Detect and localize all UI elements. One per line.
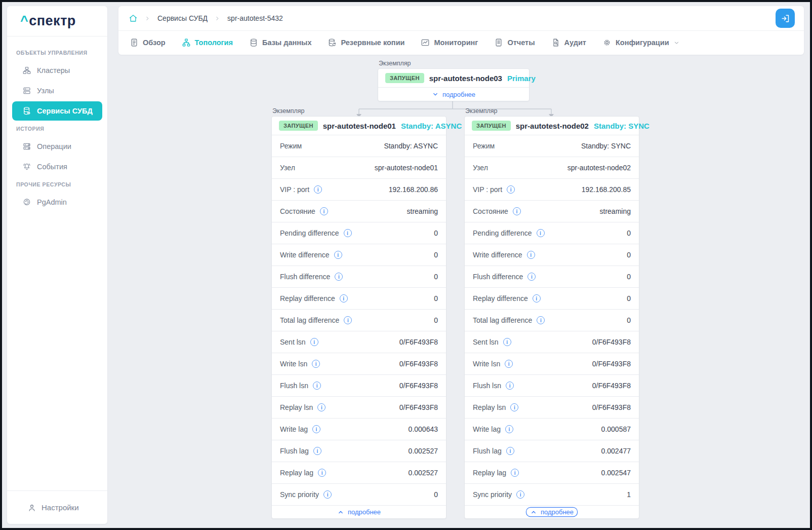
info-icon[interactable]: i [344, 229, 352, 237]
standby-details-toggle[interactable]: подробнее [526, 508, 577, 516]
metric-row: Write lsni0/F6F493F8 [465, 353, 639, 374]
tab-topology[interactable]: Топология [182, 38, 233, 47]
chevron-down-icon [673, 40, 680, 46]
tab-overview[interactable]: Обзор [130, 38, 166, 47]
metric-row: Write lsni0/F6F493F8 [272, 353, 446, 374]
info-icon[interactable]: i [320, 207, 328, 215]
info-icon[interactable]: i [323, 490, 332, 499]
metric-row: Write lagi0.000587 [465, 418, 639, 440]
info-icon[interactable]: i [506, 382, 514, 390]
metric-row: Sent lsni0/F6F493F8 [465, 331, 639, 353]
info-icon[interactable]: i [503, 338, 511, 346]
sidebar-item-db-services[interactable]: Сервисы СУБД [12, 101, 102, 121]
tab-monitoring[interactable]: Мониторинг [421, 38, 478, 47]
info-icon[interactable]: i [516, 490, 524, 499]
info-icon[interactable]: i [533, 294, 541, 302]
app-logo[interactable]: ^спектр [7, 6, 107, 36]
metric-value: spr-autotest-node02 [567, 164, 631, 172]
details-toggle-label: подробнее [348, 508, 381, 516]
metric-label: Write differencei [280, 251, 342, 259]
report-icon [494, 38, 503, 47]
instance-name: spr-autotest-node02 [516, 122, 589, 130]
info-icon[interactable]: i [505, 425, 513, 433]
sidebar: ^спектр ОБЪЕКТЫ УПРАВЛЕНИЯКластерыУзлыСе… [7, 6, 107, 524]
home-icon[interactable] [129, 14, 138, 23]
info-icon[interactable]: i [314, 185, 322, 194]
metric-label: VIP : porti [280, 185, 322, 194]
tab-reports[interactable]: Отчеты [494, 38, 535, 47]
sidebar-item-nodes[interactable]: Узлы [12, 81, 102, 100]
info-icon[interactable]: i [507, 185, 515, 194]
metric-value: 0 [627, 229, 631, 237]
tab-databases[interactable]: Базы данных [249, 38, 312, 47]
info-icon[interactable]: i [505, 360, 513, 368]
sidebar-item-clusters[interactable]: Кластеры [12, 61, 102, 80]
metric-value: streaming [600, 207, 631, 215]
info-icon[interactable]: i [335, 273, 343, 281]
gear-icon [602, 38, 612, 47]
info-icon[interactable]: i [537, 316, 545, 324]
metric-value: 0 [627, 294, 631, 302]
metric-value: 0 [434, 316, 438, 324]
metric-label: Replay lagi [280, 469, 326, 477]
metric-label: Flush lsni [280, 382, 321, 390]
info-icon[interactable]: i [537, 229, 545, 237]
status-badge: ЗАПУЩЕН [385, 73, 424, 83]
instance-name: spr-autotest-node03 [429, 74, 502, 83]
info-icon[interactable]: i [527, 251, 535, 259]
metric-row: Состояниеistreaming [272, 200, 446, 222]
metric-label: Sent lsni [473, 338, 511, 346]
standby-details-toggle[interactable]: подробнее [337, 508, 381, 516]
tab-configurations[interactable]: Конфигурации [602, 38, 680, 47]
monitoring-icon [421, 38, 430, 47]
info-icon[interactable]: i [511, 469, 519, 477]
metric-label: Replay lagi [473, 469, 519, 477]
status-badge: ЗАПУЩЕН [279, 121, 318, 131]
standby-card-footer: подробнее [272, 505, 446, 518]
info-icon[interactable]: i [513, 207, 521, 215]
tab-label: Топология [195, 39, 233, 47]
breadcrumb-item-db-services[interactable]: Сервисы СУБД [157, 14, 208, 22]
info-icon[interactable]: i [506, 447, 514, 455]
topology-view: Экземпляр ЗАПУЩЕН spr-autotest-node03 Pr… [118, 55, 804, 528]
primary-card-header: ЗАПУЩЕН spr-autotest-node03 Primary [378, 69, 529, 87]
primary-details-toggle[interactable]: подробнее [432, 91, 475, 98]
metric-label: Состояниеi [280, 207, 328, 215]
metric-value: 0 [627, 316, 631, 324]
instance-role: Primary [507, 74, 536, 83]
info-icon[interactable]: i [340, 294, 348, 302]
info-icon[interactable]: i [318, 469, 326, 477]
tab-backups[interactable]: Резервные копии [328, 38, 404, 47]
sidebar-item-pgadmin[interactable]: PgAdmin [12, 193, 102, 212]
sidebar-item-operations[interactable]: Операции [12, 137, 102, 156]
info-icon[interactable]: i [312, 360, 320, 368]
standby-card-header: ЗАПУЩЕНspr-autotest-node01Standby: ASYNC [272, 117, 446, 135]
metric-value: 0.000643 [409, 425, 438, 433]
metric-label: Flush differencei [473, 273, 536, 281]
sidebar-item-settings[interactable]: Настройки [7, 490, 107, 524]
metric-label: Write lagi [280, 425, 320, 433]
standby-instance-2: ЭкземплярЗАПУЩЕНspr-autotest-node02Stand… [464, 107, 639, 519]
primary-instance-card: ЗАПУЩЕН spr-autotest-node03 Primary подр… [378, 68, 530, 101]
info-icon[interactable]: i [310, 338, 318, 346]
tab-audit[interactable]: Аудит [551, 38, 586, 47]
backup-icon [328, 38, 337, 47]
sidebar-item-label: Кластеры [37, 66, 70, 74]
info-icon[interactable]: i [510, 403, 518, 411]
sidebar-section-title: ПРОЧИЕ РЕСУРСЫ [16, 181, 98, 187]
metric-label: Replay differencei [280, 294, 348, 302]
sidebar-item-events[interactable]: События [12, 157, 102, 176]
info-icon[interactable]: i [334, 251, 342, 259]
metric-row: Write differencei0 [272, 244, 446, 266]
info-icon[interactable]: i [313, 382, 321, 390]
metric-value: 0/F6F493F8 [399, 360, 438, 368]
info-icon[interactable]: i [313, 447, 321, 455]
metric-value: spr-autotest-node01 [375, 164, 438, 172]
metric-row: Replay lsni0/F6F493F8 [465, 396, 639, 418]
info-icon[interactable]: i [344, 316, 352, 324]
logout-button[interactable] [776, 9, 795, 28]
info-icon[interactable]: i [317, 403, 326, 411]
info-icon[interactable]: i [312, 425, 320, 433]
chevron-up-icon [337, 509, 344, 516]
info-icon[interactable]: i [527, 273, 536, 281]
